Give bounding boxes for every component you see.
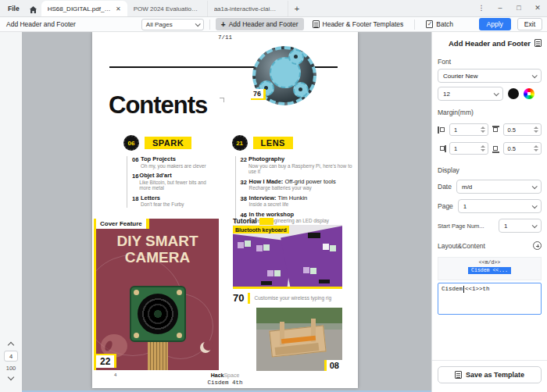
left-rail: 100	[0, 32, 22, 392]
page-down-icon[interactable]	[8, 374, 14, 380]
margin-left-value: 1	[454, 127, 457, 134]
divider	[414, 20, 415, 30]
tab-label: POW 2024 Evaluation R...	[134, 5, 201, 12]
header-preview-chip[interactable]: <<m/d>>	[438, 260, 541, 265]
margin-left-icon	[438, 126, 446, 134]
font-size-value: 12	[443, 91, 450, 98]
page-format-select[interactable]: 1	[458, 199, 542, 213]
tutorial-page-number: 70	[233, 292, 244, 304]
new-tab-button[interactable]: +	[288, 4, 307, 16]
page-format-value: 1	[463, 203, 467, 210]
page-row: Page 1	[438, 199, 542, 213]
section-spark: 06 SPARK 06 Top Projects Oh my, you make…	[123, 135, 218, 228]
font-color-wheel-swatch[interactable]	[524, 88, 534, 99]
page-navigator: 100	[0, 343, 22, 380]
margin-right-value: 1	[454, 145, 457, 152]
font-family-select[interactable]: Courier New	[438, 69, 542, 83]
chevron-down-icon	[532, 203, 538, 208]
batch-checkbox-icon	[426, 20, 433, 28]
tutorial-column: Tutorial Bluetooth keyboard	[233, 219, 342, 372]
templates-label: Header & Footer Templates	[323, 20, 404, 28]
file-menu[interactable]: File	[0, 5, 26, 16]
maximize-button[interactable]: □	[509, 4, 528, 12]
gear-page-badge: 76	[251, 89, 266, 100]
tutorial-caption: Customise your wireless typing rig	[254, 295, 331, 301]
margin-right-input[interactable]: 1	[449, 142, 488, 155]
add-header-footer-button[interactable]: + Add Header and Footer	[216, 18, 304, 30]
stepper-icons[interactable]	[481, 145, 485, 151]
page-up-icon[interactable]	[8, 342, 14, 348]
footer-preview-chip-selected[interactable]: Cisdem <<...	[468, 267, 511, 274]
tab-label: aa1a-interactive-claim-...	[214, 5, 281, 12]
templates-icon	[313, 20, 320, 28]
templates-button[interactable]: Header & Footer Templates	[307, 18, 409, 30]
date-format-select[interactable]: m/d	[456, 180, 542, 194]
yellow-bar	[248, 293, 250, 304]
batch-button[interactable]: Batch	[420, 18, 459, 30]
margin-bottom-input[interactable]: 0.5	[503, 142, 542, 155]
toc-item: 32 How I Made: Off-grid power tools Rech…	[236, 179, 358, 191]
chevron-down-icon	[494, 91, 499, 96]
minimize-button[interactable]: –	[491, 4, 509, 12]
margin-right-icon	[438, 144, 446, 153]
divider	[209, 20, 210, 30]
tab-hs68-digital[interactable]: HS68_DIGITAL.pdf_Copy ✕	[41, 1, 127, 16]
cover-page-badge: 22	[96, 354, 116, 368]
close-button[interactable]: ✕	[528, 4, 547, 12]
font-family-value: Courier New	[443, 73, 477, 80]
margin-row-1: 1 0.5	[438, 123, 542, 136]
tab-pow-2024[interactable]: POW 2024 Evaluation R...	[127, 1, 208, 16]
save-template-label: Save as Template	[466, 371, 524, 379]
chevron-down-icon	[532, 184, 538, 189]
panel-templates-icon[interactable]	[534, 39, 542, 47]
date-row: Date m/d	[438, 180, 542, 194]
save-template-icon	[455, 371, 462, 379]
stepper-icons[interactable]	[534, 127, 538, 133]
stepper-icons[interactable]	[534, 145, 538, 151]
header-footer-panel: Add Header and Footer Font Courier New 1…	[431, 32, 547, 392]
start-page-select[interactable]: 1	[499, 219, 542, 233]
font-label: Font	[438, 58, 542, 66]
document-viewport[interactable]: 7/11 76 Contents 06 SPARK 06 Top Project…	[22, 32, 431, 392]
tab-close-icon[interactable]: ✕	[116, 5, 121, 12]
stepper-icons[interactable]	[481, 127, 485, 133]
editor-text-after: <<1>>th	[465, 286, 490, 292]
tab-aa1a-interactive[interactable]: aa1a-interactive-claim-...	[208, 1, 288, 16]
toc-num: 16	[127, 173, 139, 191]
font-size-select[interactable]: 12	[438, 87, 503, 101]
chevron-down-icon	[195, 21, 201, 27]
add-header-footer-label: Add Header and Footer	[229, 20, 299, 28]
section-title: SPARK	[145, 137, 191, 149]
kebab-menu-icon[interactable]: ⋮	[472, 4, 491, 12]
apply-button[interactable]: Apply	[479, 18, 511, 30]
start-page-row: Start Page Num... 1	[438, 219, 542, 233]
add-content-icon[interactable]	[533, 241, 542, 250]
tutorial-label: Tutorial	[233, 217, 274, 225]
margin-top-value: 0.5	[508, 127, 516, 134]
save-template-button[interactable]: Save as Template	[438, 366, 542, 383]
font-size-row: 12	[438, 87, 542, 101]
exit-button[interactable]: Exit	[517, 18, 542, 30]
home-button[interactable]	[26, 3, 41, 16]
keyboard-image	[233, 225, 342, 289]
margin-top-icon	[492, 126, 500, 134]
font-color-black-swatch[interactable]	[508, 88, 519, 99]
loom-page-badge: 08	[324, 360, 342, 371]
loom-photo: 08	[256, 308, 342, 371]
current-page-input[interactable]	[4, 351, 18, 362]
plus-icon: +	[221, 20, 226, 29]
layout-preview[interactable]: <<m/d>> Cisdem <<...	[438, 257, 542, 280]
margin-top-input[interactable]: 0.5	[503, 123, 542, 136]
footer-content-editor[interactable]: Cisdem <<1>>th	[438, 283, 542, 315]
tab-bar: File HS68_DIGITAL.pdf_Copy ✕ POW 2024 Ev…	[0, 0, 547, 17]
cover-title: DIY SMART CAMERA	[96, 233, 219, 265]
toc-num: 32	[236, 179, 249, 191]
start-page-label: Start Page Num...	[438, 223, 494, 230]
contents-sections: 06 SPARK 06 Top Projects Oh my, you make…	[92, 135, 358, 228]
margin-left-input[interactable]: 1	[449, 123, 488, 136]
page-range-select[interactable]: All Pages	[141, 19, 204, 30]
ribbon-cable	[148, 342, 168, 370]
layout-content-label: Layout&Content	[438, 242, 485, 250]
bluetooth-keyboard-chip: Bluetooth keyboard	[233, 226, 289, 233]
section-lens: 21 LENS 22 Photography Now you can buy a…	[232, 135, 358, 228]
